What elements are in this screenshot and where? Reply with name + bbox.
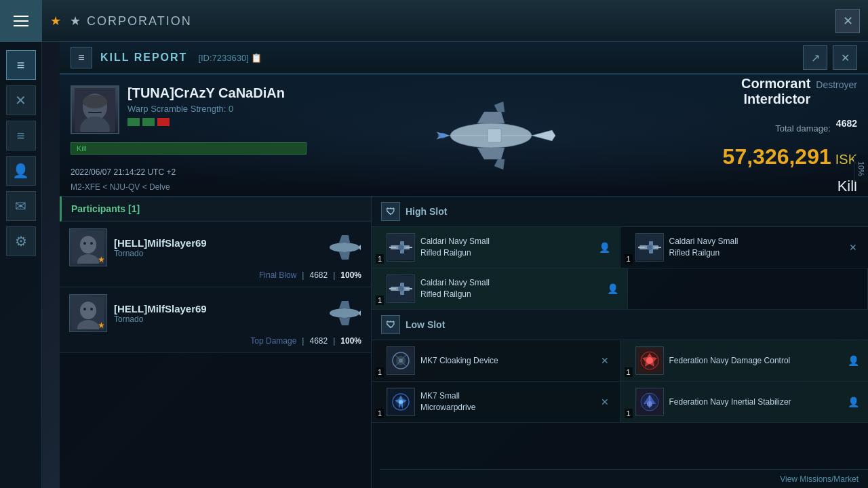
module-close-icon-cloak[interactable]: ✕ — [598, 354, 612, 367]
svg-marker-25 — [339, 252, 350, 260]
top-bar: ★ ★ CORPORATION ✕ — [0, 0, 868, 42]
participant-stats-1: Final Blow | 4682 | 100% — [69, 270, 361, 280]
module-fed-damage-control: 1 Federation Navy Damage Control 👤 — [620, 340, 869, 381]
kr-menu-button[interactable]: ≡ — [71, 47, 92, 68]
svg-point-27 — [80, 302, 96, 319]
module-mk7-cloak: 1 MK7 Cloaking Device ✕ — [372, 340, 620, 381]
module-icon-railgun-2 — [635, 233, 664, 262]
module-fitted-icon-3[interactable]: 👤 — [606, 282, 619, 296]
module-caldari-railgun-2: 1 Caldari Navy SmallRifled Railgun — [620, 227, 869, 268]
participant-top: ★ [HELL]MilfSlayer69 Tornado — [69, 228, 361, 266]
participants-header: Participants [1] — [60, 197, 371, 222]
sidebar-item-menu[interactable]: ≡ — [6, 50, 36, 80]
module-qty-mwd: 1 — [376, 409, 384, 418]
module-name-railgun-1: Caldari Navy SmallRifled Railgun — [420, 236, 490, 259]
kill-details: 2022/06/07 21:14:22 UTC +2 M2-XFE < NJU-… — [71, 165, 307, 195]
module-fitted-icon-fdc[interactable]: 👤 — [846, 354, 860, 367]
module-name-railgun-3: Caldari Navy SmallRifled Railgun — [420, 277, 490, 300]
sidebar-item-mail[interactable]: ✉ — [6, 191, 36, 221]
low-slot-icon: 🛡 — [381, 315, 400, 334]
low-slot-row-2: 1 MK7 SmallMicrowarpdrive ✕ — [372, 382, 868, 423]
module-icon-mwd — [387, 388, 415, 416]
pilot-info: [TUNA]CrAzY CaNaDiAn Warp Scramble Stren… — [127, 85, 307, 126]
slots-panel: 🛡 High Slot 1 — [372, 197, 868, 488]
svg-rect-46 — [654, 247, 661, 248]
pilot-avatar — [71, 85, 119, 134]
stats-section: Cormorant Interdictor Destroyer Total da… — [665, 75, 868, 196]
svg-rect-16 — [488, 129, 501, 142]
total-damage-label: Total damage: — [775, 123, 831, 134]
high-slot-row-2: 1 Caldari Navy SmallRifled Railgun — [372, 268, 868, 310]
module-qty-fis: 1 — [625, 409, 633, 418]
module-mk7-mwd: 1 MK7 SmallMicrowarpdrive ✕ — [372, 382, 620, 422]
module-name-railgun-2: Caldari Navy SmallRifled Railgun — [669, 236, 738, 259]
kill-datetime: 2022/06/07 21:14:22 UTC +2 — [71, 165, 307, 180]
svg-point-61 — [646, 357, 653, 364]
kr-close-button[interactable]: ✕ — [833, 45, 857, 70]
svg-marker-10 — [477, 112, 505, 123]
module-name-cloak: MK7 Cloaking Device — [420, 355, 498, 367]
svg-point-21 — [90, 242, 93, 245]
list-icon: ≡ — [17, 128, 25, 144]
person-icon: 👤 — [12, 163, 29, 179]
participant-info-1: [HELL]MilfSlayer69 Tornado — [114, 237, 321, 258]
module-close-icon-2[interactable]: ✕ — [846, 241, 860, 254]
module-fitted-icon-1[interactable]: 👤 — [598, 241, 612, 254]
svg-point-50 — [398, 286, 403, 291]
sidebar-item-settings[interactable]: ⚙ — [6, 226, 36, 256]
clipboard-icon: 📋 — [251, 53, 262, 63]
sidebar-item-person[interactable]: 👤 — [6, 156, 36, 186]
svg-rect-39 — [389, 247, 396, 248]
module-icon-fdc — [635, 346, 664, 375]
high-slot-icon: 🛡 — [381, 202, 400, 221]
top-close-button[interactable]: ✕ — [835, 9, 860, 33]
external-link-icon: ↗ — [811, 52, 820, 64]
module-qty-2: 1 — [625, 254, 633, 264]
svg-point-65 — [399, 400, 403, 404]
svg-point-18 — [80, 236, 96, 253]
module-actions-mwd: ✕ — [598, 395, 612, 409]
module-fitted-icon-fis[interactable]: 👤 — [846, 395, 860, 409]
status-block-2 — [142, 118, 155, 126]
kill-result-label: Kill — [675, 178, 857, 195]
sidebar-item-list[interactable]: ≡ — [6, 121, 36, 150]
kill-location: M2-XFE < NJU-QV < Delve — [71, 180, 307, 195]
low-slot-label: Low Slot — [406, 319, 445, 330]
ship-silhouette — [423, 88, 559, 183]
module-fed-inertial-stab: 1 Federation Navy Inertial Stabilizer 👤 — [620, 382, 869, 422]
high-slot-row-1: 1 Caldari Navy SmallRifled Railgun — [372, 227, 868, 268]
top-menu-button[interactable] — [0, 0, 42, 42]
module-caldari-railgun-1: 1 Caldari Navy SmallRifled Railgun — [372, 227, 620, 268]
x-icon: ✕ — [15, 92, 26, 108]
close-icon: ✕ — [843, 14, 853, 28]
participant-card-2: ★ [HELL]MilfSlayer69 Tornado — [60, 287, 371, 353]
corp-title: ★ ★ CORPORATION — [50, 14, 192, 28]
module-name-fis: Federation Navy Inertial Stabilizer — [669, 396, 791, 408]
ship-type: Destroyer — [816, 79, 857, 90]
external-link-button[interactable]: ↗ — [803, 45, 827, 70]
pilot-warp-scramble: Warp Scramble Strength: 0 — [127, 104, 307, 114]
module-close-icon-mwd[interactable]: ✕ — [598, 395, 612, 409]
module-icon-fis — [635, 388, 664, 416]
svg-marker-33 — [339, 301, 350, 308]
kill-report-header: ≡ KILL REPORT [ID:7233630] 📋 ↗ ✕ — [60, 42, 868, 75]
svg-point-29 — [83, 308, 86, 310]
module-icon-cloak — [387, 346, 415, 375]
svg-point-6 — [83, 95, 107, 108]
svg-point-15 — [438, 133, 446, 138]
participant-avatar-2: ★ — [69, 294, 107, 332]
sidebar-item-close[interactable]: ✕ — [6, 85, 36, 115]
low-slot-row-1: 1 MK7 Cloaking Device ✕ — [372, 340, 868, 382]
participant-ship-2: Tornado — [114, 314, 321, 324]
status-block-3 — [157, 118, 170, 126]
module-name-mwd: MK7 SmallMicrowarpdrive — [420, 390, 475, 413]
participant-name-1: [HELL]MilfSlayer69 — [114, 237, 321, 249]
module-actions-cloak: ✕ — [598, 354, 612, 367]
module-icon-railgun-3 — [387, 274, 415, 303]
corp-star-icon: ★ — [50, 14, 62, 28]
pilot-name: [TUNA]CrAzY CaNaDiAn — [127, 85, 307, 101]
view-missions-link[interactable]: View Missions/Market — [780, 474, 859, 484]
pilot-section: [TUNA]CrAzY CaNaDiAn Warp Scramble Stren… — [60, 75, 317, 196]
svg-point-32 — [330, 308, 359, 318]
svg-marker-12 — [494, 102, 505, 112]
